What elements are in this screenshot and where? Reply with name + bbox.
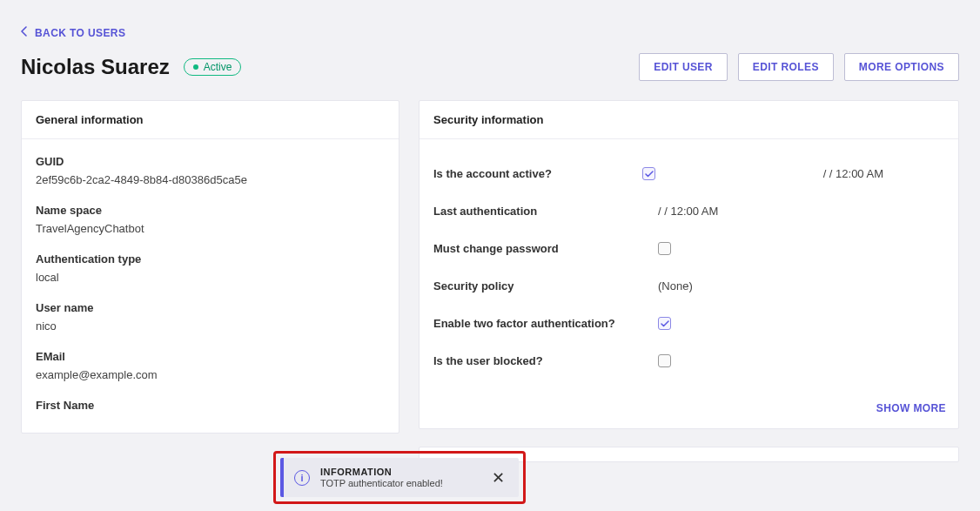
authtype-label: Authentication type xyxy=(36,252,385,266)
status-label: Active xyxy=(204,61,232,73)
back-to-users-link[interactable]: BACK TO USERS xyxy=(21,26,125,39)
last-auth-label: Last authentication xyxy=(433,205,642,218)
email-label: EMail xyxy=(36,350,385,363)
toast-title: INFORMATION xyxy=(320,467,478,477)
account-active-label: Is the account active? xyxy=(433,167,642,180)
username-label: User name xyxy=(36,301,385,314)
policy-value: (None) xyxy=(658,279,693,292)
status-dot-icon xyxy=(193,64,198,70)
edit-user-button[interactable]: EDIT USER xyxy=(639,53,728,81)
account-active-checkbox[interactable] xyxy=(642,167,655,180)
page-title: Nicolas Suarez xyxy=(21,55,170,79)
twofactor-label: Enable two factor authentication? xyxy=(433,317,642,330)
general-info-panel: General information GUID 2ef59c6b-2ca2-4… xyxy=(21,100,399,434)
authtype-value: local xyxy=(36,271,385,284)
toast-highlight-box: i INFORMATION TOTP authenticator enabled… xyxy=(273,451,526,504)
security-info-title: Security information xyxy=(420,101,958,139)
security-info-panel: Security information Is the account acti… xyxy=(419,100,959,429)
must-change-label: Must change password xyxy=(433,242,642,255)
more-options-button[interactable]: MORE OPTIONS xyxy=(844,53,959,81)
blocked-checkbox[interactable] xyxy=(658,354,671,367)
status-badge: Active xyxy=(184,58,242,76)
account-active-date: / / 12:00 AM xyxy=(823,167,944,180)
username-value: nico xyxy=(36,319,385,333)
guid-label: GUID xyxy=(36,155,385,168)
firstname-label: First Name xyxy=(36,399,385,412)
toast-message: TOTP authenticator enabled! xyxy=(320,478,478,488)
namespace-value: TravelAgencyChatbot xyxy=(36,222,385,235)
blocked-label: Is the user blocked? xyxy=(433,354,642,367)
back-label: BACK TO USERS xyxy=(35,27,125,39)
show-more-link[interactable]: SHOW MORE xyxy=(420,395,958,428)
edit-roles-button[interactable]: EDIT ROLES xyxy=(738,53,834,81)
last-auth-value: / / 12:00 AM xyxy=(658,205,718,218)
namespace-label: Name space xyxy=(36,204,385,217)
email-value: example@example.com xyxy=(36,368,385,381)
guid-value: 2ef59c6b-2ca2-4849-8b84-d80386d5ca5e xyxy=(36,173,385,186)
close-icon[interactable]: ✕ xyxy=(488,468,508,487)
info-toast: i INFORMATION TOTP authenticator enabled… xyxy=(280,458,519,497)
chevron-left-icon xyxy=(21,26,28,39)
general-info-title: General information xyxy=(22,101,399,139)
policy-label: Security policy xyxy=(433,279,642,292)
must-change-checkbox[interactable] xyxy=(658,242,671,255)
twofactor-checkbox[interactable] xyxy=(658,317,671,330)
info-icon: i xyxy=(294,470,310,486)
